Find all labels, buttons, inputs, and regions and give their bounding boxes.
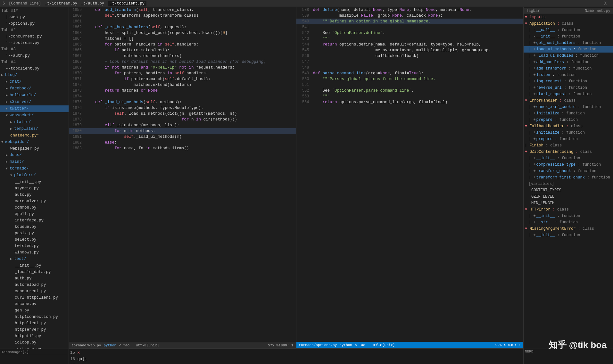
dir-maint[interactable]: maint/	[0, 159, 69, 165]
tag-prepare-fn[interactable]: | +prepare : function	[524, 117, 613, 123]
tag-ma-init-fn[interactable]: | +__init__ : function	[524, 232, 613, 238]
file-auth-py[interactable]: '--auth.py	[0, 53, 69, 59]
code-line-1868: 1868 # Look for default host if not behi…	[69, 59, 296, 65]
tag-finish-class[interactable]: | Finish : class	[524, 142, 613, 149]
tag-check-xsrf-fn[interactable]: | +check_xsrf_cookie : function	[524, 104, 613, 110]
tag-missingarg-class[interactable]: ▼ MissingArgumentError : class	[524, 226, 613, 232]
code-line-1863: 1863 host = split_host_and_port(request.…	[69, 30, 296, 36]
dir-s3server[interactable]: s3server/	[0, 99, 69, 105]
tag-he-init-fn[interactable]: | +__init__ : function	[524, 213, 613, 219]
status-options-py: tornado/options.py python < Tao utf-8[un…	[296, 342, 524, 348]
dir-templates[interactable]: templates/	[0, 126, 69, 132]
file-kqueue-py[interactable]: kqueue.py	[0, 224, 69, 230]
code-area-top[interactable]: 1859 def add_transform(self, transform_c…	[69, 7, 296, 348]
file-httpclient-py[interactable]: httpclient.py	[0, 320, 69, 327]
tag-compressible-type-fn[interactable]: | +compressible_type : function	[524, 161, 613, 168]
file-escape-py[interactable]: escape.py	[0, 301, 69, 307]
tag-listen-fn[interactable]: | +listen : function	[524, 72, 613, 78]
file-concurrent-py[interactable]: |-concurrent.py	[0, 33, 69, 40]
code-line-1878: 1878 for n in dir(methods)))	[69, 117, 296, 122]
file-autoreload-py[interactable]: autoreload.py	[0, 282, 69, 288]
code-line-549: 549def parse_command_line(args=None, fin…	[296, 70, 524, 76]
title-bar: 6 [Command Line] _t/iostream.py _t/auth.…	[0, 0, 613, 7]
dir-docs[interactable]: docs/	[0, 152, 69, 159]
tag-gzip-class[interactable]: ▼ GZipContentEncoding : class	[524, 149, 613, 155]
tab-manager-label: TabManager[-]	[1, 350, 67, 355]
tag-he-str-fn[interactable]: | +__str__ : function	[524, 219, 613, 226]
code-line-1859: 1859 def add_transform(self, transform_c…	[69, 7, 296, 13]
tag-get-host-handlers-fn[interactable]: | +get_host_handlers : function	[524, 40, 613, 46]
dir-static[interactable]: static/	[0, 119, 69, 126]
code-line-1864: 1864 matches = []	[69, 36, 296, 42]
file-epoll-py[interactable]: epoll.py	[0, 211, 69, 217]
file-posix-py[interactable]: posix.py	[0, 230, 69, 236]
tag-errorhandler-class[interactable]: ▼ ErrorHandler : class	[524, 97, 613, 104]
code-area-bottom[interactable]: 538def define(name, default=None, type=N…	[296, 7, 524, 348]
file-tcpclient-py[interactable]: --tcpclient.py	[0, 65, 69, 72]
file-gen-py[interactable]: gen.py	[0, 307, 69, 314]
dir-webspider[interactable]: webspider/	[0, 139, 69, 145]
tag-transform-chunk-fn[interactable]: | +transform_chunk : function	[524, 168, 613, 174]
tab1[interactable]: _t/iostream.py	[45, 1, 77, 6]
tag-httperror-class[interactable]: ▼ HTTPError : class	[524, 206, 613, 213]
file-locale-data-py[interactable]: _locale_data.py	[0, 269, 69, 275]
tag-init-fn[interactable]: | -__init__ : function	[524, 33, 613, 40]
tag-fh-prepare-fn[interactable]: | +prepare : function	[524, 136, 613, 142]
tag-fh-initialize-fn[interactable]: | +initialize : function	[524, 129, 613, 136]
code-line-1869: 1869 if not matches and "X-Real-Ip" not …	[69, 65, 296, 70]
tag-start-request-fn[interactable]: | +start_request : function	[524, 91, 613, 97]
dir-chat[interactable]: chat/	[0, 79, 69, 85]
tag-load-ui-methods-fn[interactable]: | +load_ui_methods : function	[524, 46, 613, 53]
tab2[interactable]: _t/auth.py	[81, 1, 104, 6]
tag-gz-init-fn[interactable]: | +__init__ : function	[524, 155, 613, 161]
tag-transform-first-chunk-fn[interactable]: | +transform_first_chunk : function	[524, 174, 613, 181]
file-asyncio-py[interactable]: asyncio.py	[0, 185, 69, 192]
tag-add-handlers-fn[interactable]: | +add_handlers : function	[524, 59, 613, 65]
file-auto-py[interactable]: auto.py	[0, 192, 69, 198]
dir-tornado[interactable]: tornado/	[0, 165, 69, 172]
dir-blog[interactable]: blog/	[0, 72, 69, 79]
file-twisted-py[interactable]: twisted.py	[0, 243, 69, 249]
file-http1connection-py[interactable]: http1connection.py	[0, 314, 69, 320]
file-httpserver-py[interactable]: httpserver.py	[0, 327, 69, 333]
code-line-1870: 1870 for pattern, handlers in self.handl…	[69, 70, 296, 76]
file-ioloop-py[interactable]: ioloop.py	[0, 339, 69, 346]
file-webspider-py[interactable]: webspider.py	[0, 145, 69, 152]
tag-load-ui-modules-fn[interactable]: | +_load_ui_modules : function	[524, 53, 613, 59]
dir-test[interactable]: test/	[0, 256, 69, 262]
tab3[interactable]: _t/tcpclient.py	[108, 1, 146, 6]
tag-imports[interactable]: ▼ imports	[524, 14, 613, 21]
file-options-py[interactable]: '-options.py	[0, 21, 69, 27]
file-curl-httpclient-py[interactable]: curl_httpclient.py	[0, 294, 69, 301]
dir-facebook[interactable]: facebook/	[0, 85, 69, 92]
tag-add-transform-fn[interactable]: | +add_transform : function	[524, 65, 613, 72]
file-caresolver-py[interactable]: caresolver.py	[0, 198, 69, 204]
code-line-1872: 1872 matches.extend(handlers)	[69, 82, 296, 88]
file-init-py-test[interactable]: __init__.py	[0, 262, 69, 269]
dir-platform[interactable]: platform/	[0, 172, 69, 179]
file-httputil-py[interactable]: httputil.py	[0, 333, 69, 339]
file-web-py[interactable]: |-web.py	[0, 14, 69, 21]
tag-initialize-fn[interactable]: | +initialize : function	[524, 110, 613, 117]
tag-application-class[interactable]: ▼ Application : class	[524, 21, 613, 27]
file-select-py[interactable]: select.py	[0, 236, 69, 243]
dir-twitter[interactable]: twitter/	[0, 105, 69, 112]
file-windows-py[interactable]: windows.py	[0, 249, 69, 256]
tag-reverse-url-fn[interactable]: | +reverse_url : function	[524, 85, 613, 91]
file-auth-py-test[interactable]: auth.py	[0, 275, 69, 282]
dir-websocket[interactable]: websocket/	[0, 112, 69, 119]
file-init-py-platform[interactable]: __init__.py	[0, 179, 69, 185]
dir-helloworld[interactable]: helloworld/	[0, 92, 69, 99]
code-line-1879: 1879 elif isinstance(methods, list):	[69, 122, 296, 128]
tag-log-request-fn[interactable]: | +log_request : function	[524, 78, 613, 85]
file-concurrent-py-test[interactable]: concurrent.py	[0, 288, 69, 294]
close-button[interactable]: X	[604, 1, 607, 6]
file-interface-py[interactable]: interface.py	[0, 217, 69, 224]
file-common-py[interactable]: common.py	[0, 204, 69, 211]
file-iostream-py-test[interactable]: iostream.py	[0, 346, 69, 349]
tag-fallbackhandler-class[interactable]: ▼ FallbackHandler : class	[524, 123, 613, 129]
file-chatdemo-py[interactable]: chatdemo.py*	[0, 132, 69, 139]
file-iostream-py[interactable]: '--iostream.py	[0, 40, 69, 46]
tag-call-fn[interactable]: | -__call__ : function	[524, 27, 613, 33]
watermark: 知乎 @tik boa	[549, 339, 607, 351]
